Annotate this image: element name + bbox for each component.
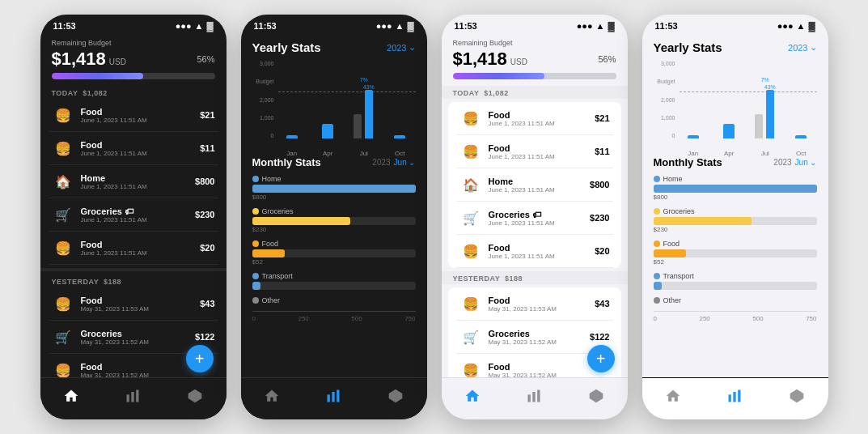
bar-track bbox=[654, 185, 817, 193]
year-selector[interactable]: 2023 ⌄ bbox=[387, 42, 415, 53]
month-value[interactable]: Jun ⌄ bbox=[795, 158, 817, 167]
bar-label-row: Other bbox=[252, 296, 416, 304]
progress-fill bbox=[52, 73, 143, 79]
nav-stats[interactable] bbox=[526, 388, 542, 404]
status-bar: 11:53 ●●● ▲ ▓ bbox=[241, 15, 427, 34]
transaction-item[interactable]: 🍔 Food June 1, 2023 11:51 AM $20 bbox=[456, 235, 613, 268]
bar-fill bbox=[252, 217, 350, 225]
transaction-info: Food June 1, 2023 11:51 AM bbox=[489, 143, 595, 160]
status-icons: ●●● ▲ ▓ bbox=[577, 21, 615, 31]
month-value[interactable]: Jun ⌄ bbox=[394, 158, 416, 167]
nav-stats[interactable] bbox=[726, 388, 743, 404]
bar-fill bbox=[654, 217, 752, 225]
category-name: Other bbox=[663, 296, 682, 304]
transaction-date: June 1, 2023 11:51 AM bbox=[489, 253, 595, 260]
transaction-item[interactable]: 🍔 Food May 31, 2023 11:53 AM $43 bbox=[49, 287, 218, 321]
home-icon: 🏠 bbox=[459, 173, 482, 196]
transaction-amount: $21 bbox=[200, 110, 214, 120]
monthly-bar-food: Food $52 bbox=[252, 240, 416, 266]
nav-home[interactable] bbox=[665, 388, 681, 404]
bar-pct: 43% bbox=[363, 84, 375, 90]
nav-stats[interactable] bbox=[125, 388, 141, 404]
transaction-item[interactable]: 🏠 Home June 1, 2023 11:51 AM $800 bbox=[49, 165, 218, 198]
year-selector[interactable]: 2023 ⌄ bbox=[788, 42, 816, 53]
bottom-nav bbox=[241, 377, 427, 419]
bar-amount: $230 bbox=[252, 226, 416, 233]
transaction-item[interactable]: 🏠 Home June 1, 2023 11:51 AM $800 bbox=[456, 168, 613, 202]
x-label: 500 bbox=[351, 315, 362, 322]
transaction-info: Food June 1, 2023 11:51 AM bbox=[81, 240, 201, 257]
svg-rect-6 bbox=[337, 389, 340, 402]
category-name: Other bbox=[262, 296, 281, 304]
chart-container: 3,000 Budget 2,000 1,000 0 bbox=[654, 61, 817, 150]
transaction-info: Food June 1, 2023 11:51 AM bbox=[489, 110, 595, 127]
chevron-down-icon: ⌄ bbox=[409, 42, 416, 53]
bar-fill bbox=[654, 249, 686, 257]
food-icon: 🍔 bbox=[459, 140, 482, 163]
add-transaction-button[interactable]: + bbox=[587, 345, 615, 372]
monthly-bar-groceries: Groceries $230 bbox=[252, 207, 416, 233]
color-dot bbox=[654, 208, 660, 215]
stats-title: Yearly Stats bbox=[252, 40, 321, 54]
transaction-name: Food bbox=[81, 107, 201, 117]
transaction-item[interactable]: 🍔 Food June 1, 2023 11:51 AM $20 bbox=[49, 232, 218, 265]
nav-home[interactable] bbox=[264, 388, 280, 404]
nav-profile[interactable] bbox=[789, 388, 805, 404]
food-icon: 🍔 bbox=[459, 240, 482, 262]
svg-rect-12 bbox=[729, 394, 731, 402]
signal-icon: ●●● bbox=[577, 21, 593, 31]
add-transaction-button[interactable]: + bbox=[186, 345, 214, 372]
bar-label-row: Food bbox=[252, 240, 416, 248]
transaction-date: June 1, 2023 11:51 AM bbox=[489, 186, 591, 194]
bar-fill bbox=[654, 185, 817, 193]
transaction-info: Groceries 🏷 June 1, 2023 11:51 AM bbox=[81, 206, 196, 223]
transaction-name: Food bbox=[489, 143, 595, 153]
nav-stats[interactable] bbox=[325, 388, 341, 404]
transaction-item[interactable]: 🛒 Groceries 🏷 June 1, 2023 11:51 AM $230 bbox=[456, 202, 613, 235]
nav-profile[interactable] bbox=[588, 388, 604, 404]
bar-track bbox=[252, 249, 416, 257]
status-icons: ●●● ▲ ▓ bbox=[376, 21, 414, 31]
bar-label-row: Home bbox=[252, 175, 416, 183]
bar-label-row: Transport bbox=[252, 272, 416, 280]
progress-bar bbox=[52, 73, 215, 79]
transaction-item[interactable]: 🍔 Food June 1, 2023 11:51 AM $21 bbox=[456, 102, 613, 135]
today-header: TODAY $1,082 bbox=[40, 86, 227, 99]
x-label: Apr bbox=[312, 150, 344, 157]
y-label: 3,000 bbox=[661, 61, 675, 66]
color-dot bbox=[654, 240, 660, 247]
transaction-item[interactable]: 🍔 Food June 1, 2023 11:51 AM $11 bbox=[456, 135, 613, 168]
x-label: 500 bbox=[752, 315, 763, 322]
transaction-item[interactable]: 🍔 Food June 1, 2023 11:51 AM $21 bbox=[49, 99, 218, 132]
nav-profile[interactable] bbox=[387, 388, 404, 404]
transaction-info: Home June 1, 2023 11:51 AM bbox=[489, 177, 591, 194]
groceries-icon: 🛒 bbox=[52, 203, 74, 226]
bar-apr bbox=[713, 124, 745, 138]
transaction-item[interactable]: 🛒 Groceries May 31, 2023 11:52 AM $122 bbox=[456, 321, 613, 354]
y-label: 0 bbox=[672, 133, 675, 138]
bar-label-row: Food bbox=[654, 240, 817, 248]
yearly-chart: 3,000 Budget 2,000 1,000 0 bbox=[252, 61, 416, 150]
stats-header: Yearly Stats 2023 ⌄ bbox=[654, 40, 817, 54]
currency-label: USD bbox=[510, 57, 527, 66]
monthly-stats-section: Monthly Stats 2023 Jun ⌄ Home $800 bbox=[241, 156, 427, 329]
time: 11:53 bbox=[455, 21, 477, 31]
year-label: 2023 bbox=[773, 158, 791, 167]
nav-profile[interactable] bbox=[187, 388, 203, 404]
y-label: 2,000 bbox=[260, 97, 274, 103]
transaction-info: Food June 1, 2023 11:51 AM bbox=[81, 140, 201, 157]
x-axis-labels: 0 250 500 750 bbox=[252, 312, 416, 322]
transaction-item[interactable]: 🛒 Groceries 🏷 June 1, 2023 11:51 AM $230 bbox=[49, 198, 218, 232]
transaction-date: May 31, 2023 11:53 AM bbox=[81, 305, 201, 313]
bar-fill bbox=[654, 282, 662, 290]
y-label: 2,000 bbox=[661, 97, 675, 103]
signal-icon: ●●● bbox=[176, 21, 192, 31]
bar-group: 43% bbox=[755, 84, 776, 138]
battery-icon: ▓ bbox=[608, 21, 614, 31]
nav-home[interactable] bbox=[464, 388, 481, 404]
food-icon: 🍔 bbox=[52, 236, 74, 259]
transaction-item[interactable]: 🍔 Food May 31, 2023 11:53 AM $43 bbox=[456, 287, 613, 321]
transaction-date: June 1, 2023 11:51 AM bbox=[489, 219, 591, 227]
nav-home[interactable] bbox=[63, 388, 79, 404]
transaction-item[interactable]: 🍔 Food June 1, 2023 11:51 AM $11 bbox=[49, 132, 218, 165]
